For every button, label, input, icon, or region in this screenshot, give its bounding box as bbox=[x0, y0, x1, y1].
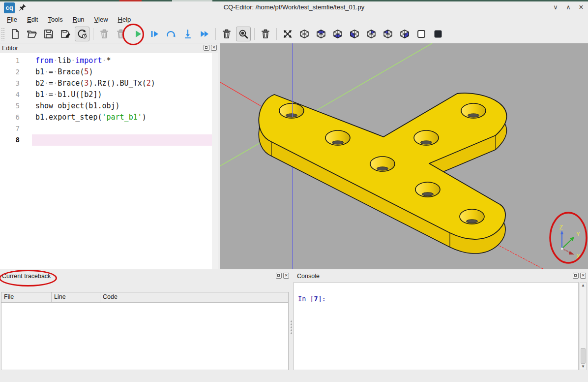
console-close-button[interactable]: ✕ bbox=[580, 273, 586, 279]
trash-gray-icon bbox=[116, 29, 126, 39]
fit-all-icon bbox=[282, 29, 293, 39]
wireframe-toggle-button[interactable] bbox=[414, 27, 429, 41]
code-editor[interactable]: 1from·lib·import·*2b1·=·Brace(5)3b2·=·Br… bbox=[0, 53, 212, 269]
view-top-button[interactable] bbox=[314, 27, 328, 41]
traceback-column-file[interactable]: File bbox=[1, 292, 52, 302]
trash-dark-icon bbox=[260, 29, 271, 39]
code-line-5: 5show_object(b1.obj) bbox=[0, 100, 212, 112]
step-into-button[interactable] bbox=[180, 27, 195, 41]
editor-float-button[interactable] bbox=[204, 45, 209, 51]
debug-script-button[interactable] bbox=[147, 27, 162, 41]
debug-icon bbox=[149, 29, 160, 39]
traceback-close-button[interactable]: ✕ bbox=[283, 273, 289, 279]
editor-close-button[interactable]: ✕ bbox=[211, 45, 217, 51]
menu-bar: FileEditToolsRunViewHelp bbox=[0, 14, 588, 25]
scroll-up-icon[interactable]: ▲ bbox=[581, 283, 586, 288]
clear-traceback-button[interactable] bbox=[97, 27, 112, 41]
toolbar bbox=[0, 25, 588, 43]
bottom-panels-splitter[interactable] bbox=[290, 271, 293, 370]
window-title: CQ-Editor: /home/pf/Work/test_stemfie/te… bbox=[0, 3, 588, 11]
line-number: 5 bbox=[0, 100, 20, 112]
continue-run-button[interactable] bbox=[197, 27, 212, 41]
autoreload-icon bbox=[77, 29, 88, 39]
save-as-script-button[interactable] bbox=[58, 27, 73, 41]
zoom-fit-button[interactable] bbox=[236, 27, 251, 41]
console-panel-header: Console ✕ bbox=[293, 271, 588, 282]
traceback-panel-title: Current traceback bbox=[2, 273, 51, 280]
view-iso-button[interactable] bbox=[297, 27, 312, 41]
window-bottom-strip bbox=[0, 370, 588, 382]
line-number: 8 bbox=[0, 134, 20, 146]
toolbar-separator bbox=[276, 28, 277, 40]
3d-viewport[interactable]: Z Y X bbox=[220, 43, 588, 269]
axis-triad: Z Y X bbox=[559, 223, 580, 260]
console-output[interactable]: In [7]: bbox=[294, 282, 579, 370]
save-as-icon bbox=[60, 29, 71, 39]
code-line-3: 3b2·=·Brace(3).Rz().BU_Tx(2) bbox=[0, 78, 212, 89]
shaded-toggle-button[interactable] bbox=[431, 27, 445, 41]
line-number: 1 bbox=[0, 55, 20, 66]
fit-view-button[interactable] bbox=[280, 27, 295, 41]
code-line-8: 8 bbox=[0, 134, 212, 146]
toolbar-separator bbox=[93, 28, 93, 40]
open-folder-icon bbox=[27, 29, 37, 39]
title-bar: cq CQ-Editor: /home/pf/Work/test_stemfie… bbox=[0, 1, 588, 14]
step-over-icon bbox=[166, 29, 176, 39]
line-number: 6 bbox=[0, 112, 20, 123]
new-script-button[interactable] bbox=[8, 27, 23, 41]
new-file-icon bbox=[10, 29, 21, 39]
line-number: 3 bbox=[0, 78, 20, 89]
traceback-float-button[interactable] bbox=[276, 273, 282, 279]
cq-editor-window: cq CQ-Editor: /home/pf/Work/test_stemfie… bbox=[0, 0, 588, 382]
editor-panel-title: Editor bbox=[2, 45, 18, 52]
run-script-button[interactable] bbox=[130, 27, 145, 41]
traceback-table-header: FileLineCode bbox=[1, 292, 288, 303]
autoreload-toggle-button[interactable] bbox=[75, 27, 89, 41]
traceback-column-line[interactable]: Line bbox=[52, 292, 100, 302]
step-into-icon bbox=[182, 29, 193, 39]
brace-part[interactable] bbox=[259, 93, 506, 254]
open-script-button[interactable] bbox=[25, 27, 39, 41]
cube-right-icon bbox=[399, 29, 410, 39]
traceback-panel-header: Current traceback ✕ bbox=[0, 271, 290, 282]
line-number: 4 bbox=[0, 89, 20, 100]
toolbar-drag-handle[interactable] bbox=[1, 28, 5, 40]
menu-file[interactable]: File bbox=[2, 15, 22, 24]
menu-tools[interactable]: Tools bbox=[43, 15, 67, 24]
step-over-button[interactable] bbox=[164, 27, 178, 41]
view-back-button[interactable] bbox=[364, 27, 379, 41]
run-icon bbox=[132, 29, 143, 39]
view-right-button[interactable] bbox=[397, 27, 412, 41]
save-icon bbox=[43, 29, 54, 39]
menu-run[interactable]: Run bbox=[68, 15, 89, 24]
square-filled-icon bbox=[433, 29, 443, 39]
view-left-button[interactable] bbox=[381, 27, 395, 41]
triad-y-label: Y bbox=[576, 230, 580, 238]
code-line-2: 2b1·=·Brace(5) bbox=[0, 66, 212, 78]
square-outline-icon bbox=[416, 29, 427, 39]
console-float-button[interactable] bbox=[573, 273, 579, 279]
editor-panel-header: Editor ✕ bbox=[0, 43, 218, 53]
view-front-button[interactable] bbox=[347, 27, 362, 41]
editor-scrollbar[interactable] bbox=[212, 53, 218, 269]
traceback-column-code[interactable]: Code bbox=[100, 292, 288, 302]
toolbar-separator bbox=[215, 28, 216, 40]
traceback-table[interactable]: FileLineCode bbox=[1, 292, 289, 370]
clear-viewer-button[interactable] bbox=[258, 27, 273, 41]
cube-left-icon bbox=[382, 29, 393, 39]
minimize-button[interactable]: ∨ bbox=[551, 2, 560, 12]
save-script-button[interactable] bbox=[41, 27, 56, 41]
console-scrollbar[interactable]: ▲ ▼ bbox=[580, 282, 587, 370]
view-bottom-button[interactable] bbox=[330, 27, 345, 41]
menu-view[interactable]: View bbox=[89, 15, 113, 24]
clear-console-button[interactable] bbox=[219, 27, 234, 41]
line-number: 2 bbox=[0, 66, 20, 78]
scroll-down-icon[interactable]: ▼ bbox=[581, 364, 586, 369]
trash-dark-icon bbox=[221, 29, 232, 39]
clear-errors-button[interactable] bbox=[114, 27, 128, 41]
menu-help[interactable]: Help bbox=[113, 15, 136, 24]
console-scroll-thumb[interactable] bbox=[581, 348, 586, 364]
menu-edit[interactable]: Edit bbox=[22, 15, 43, 24]
close-button[interactable]: × bbox=[576, 2, 586, 12]
maximize-button[interactable]: ∧ bbox=[563, 2, 573, 12]
